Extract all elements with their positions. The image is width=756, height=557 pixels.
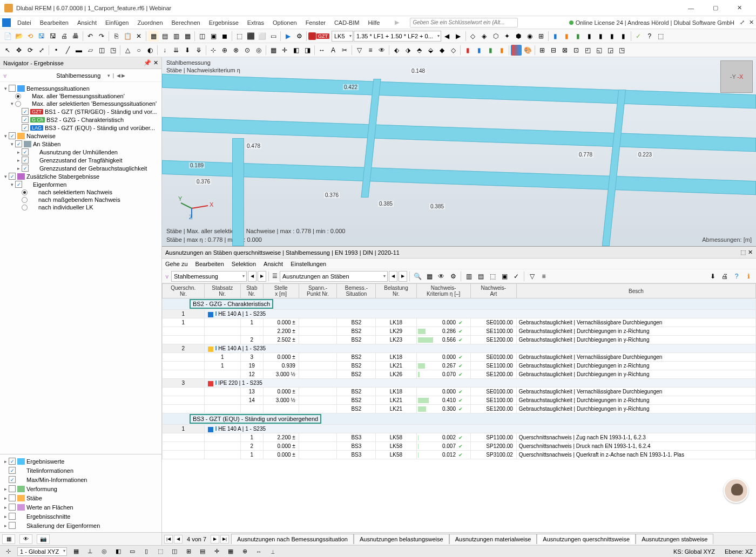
res-tb-8-icon[interactable]: ▣ [499,271,510,282]
color-1-icon[interactable]: ▮ [462,45,473,56]
sb-a-icon[interactable]: ▭ [127,547,137,556]
calc-all-icon[interactable]: ⚙ [294,31,305,42]
res-tb-1-icon[interactable]: 🔍 [412,271,423,282]
menu-bearbeiten[interactable]: Bearbeiten [36,18,73,28]
assistant-avatar[interactable] [724,478,748,503]
tree-bs3[interactable]: BS3 - GZT (EQU) - Ständig und vorüber... [45,125,155,131]
view-1-icon[interactable]: ⬚ [234,31,245,42]
tree-max-all[interactable]: Max. aller 'Bemessungssituationen' [32,93,125,99]
sb-snap-icon[interactable]: ⊹ [3,547,13,556]
view-2-icon[interactable]: ⬛ [245,31,256,42]
snap-e-icon[interactable]: ◎ [253,45,264,56]
snap-a-icon[interactable]: ⊹ [208,45,219,56]
tool-b-icon[interactable]: ◈ [479,31,490,42]
rotate-icon[interactable]: ⟳ [25,45,36,56]
load-combo[interactable]: 1.35 * LF1 + 1.50 * LF2 + 0... [354,31,441,42]
extra-1-icon[interactable]: ⬖ [391,45,402,56]
res-tb-help-icon[interactable]: ? [731,271,742,282]
select-icon[interactable]: ↖ [2,45,13,56]
tree-zusaetzlich[interactable]: Zusätzliche Stabergebnisse [26,173,99,180]
res-tab-1[interactable]: Ausnutzungen belastungsweise [354,534,449,544]
display-icon[interactable]: ▦ [182,31,193,42]
lk-combo[interactable]: LK5 [332,31,353,42]
tables-icon[interactable]: ▤ [159,31,170,42]
extra-5-icon[interactable]: ◆ [436,45,447,56]
menu-hilfe[interactable]: Hilfe [363,18,384,28]
member-icon[interactable]: ▬ [73,45,84,56]
tree-umhuellenden[interactable]: Ausnutzung der Umhüllenden [39,149,118,155]
tree-tragfaehigkeit[interactable]: Grenzzustand der Tragfähigkeit [39,157,122,164]
tree-an-staeben[interactable]: An Stäben [33,141,60,147]
print-icon[interactable]: 🖨 [59,31,70,42]
sb-b-icon[interactable]: ▯ [141,547,151,556]
extra-4-icon[interactable]: ⬙ [425,45,436,56]
menu-fenster[interactable]: Fenster [301,18,330,28]
res-combo2-next[interactable]: ▶ [399,271,407,282]
nav-tab-views-icon[interactable]: 📷 [37,534,50,544]
tool-f-icon[interactable]: ◉ [524,31,535,42]
tree-eigenformen[interactable]: Eigenformen [33,181,66,188]
module-e-icon[interactable]: ▮ [596,31,606,42]
wireframe-icon[interactable]: ◫ [197,31,207,42]
navigator-icon[interactable]: ▦ [148,31,159,42]
pager-last[interactable]: ▶| [220,535,229,544]
sb-e-icon[interactable]: ⊞ [184,547,193,556]
cplane-icon[interactable]: ◨ [302,45,313,56]
pager-first[interactable]: |◀ [164,535,173,544]
load-node-icon[interactable]: ↓ [159,45,170,56]
res-tb-print-icon[interactable]: 🖨 [719,271,730,282]
menu-cadbim[interactable]: CAD-BIM [330,18,363,28]
grad-icon[interactable] [511,45,522,56]
res-combo-module[interactable]: Stahlbemessung [171,271,247,282]
close-icon[interactable]: ⟲ [25,31,36,42]
res-tb-10-icon[interactable]: ▽ [526,271,537,282]
sb-j-icon[interactable]: ↔ [254,547,264,556]
tool-d-icon[interactable]: ✦ [502,31,512,42]
end-4-icon[interactable]: ⊡ [571,45,582,56]
bt-1[interactable]: Titelinformationen [26,467,73,474]
maximize-button[interactable]: ▢ [703,0,727,16]
tree-bemessungssituationen[interactable]: Bemessungssituationen [26,85,90,92]
delete-icon[interactable]: ✕ [133,31,144,42]
bt-5[interactable]: Werte an Flächen [26,504,73,511]
extra-3-icon[interactable]: ⬘ [414,45,424,56]
res-combo1-prev[interactable]: ◀ [248,271,256,282]
sb-plane-icon[interactable]: ◧ [113,547,123,556]
pager-prev[interactable]: ◀ [174,535,183,544]
tree-bs2[interactable]: BS2 - GZG - Charakteristisch [46,117,124,123]
nav-prev-icon[interactable]: ◀ [442,31,453,42]
solid-draw-icon[interactable]: ◳ [107,45,118,56]
snap-b-icon[interactable]: ⊕ [219,45,230,56]
save-as-icon[interactable]: 🖫 [48,31,58,42]
workplane-icon[interactable]: ◧ [291,45,301,56]
section-icon[interactable]: ✂ [339,45,350,56]
bt-7[interactable]: Skalierung der Eigenformen [26,522,100,529]
end-5-icon[interactable]: ◰ [582,45,593,56]
res-tab-0[interactable]: Ausnutzungen nach Bemessungssituation [231,534,354,544]
load-area-icon[interactable]: ⬇ [182,45,193,56]
dim-icon[interactable]: ↔ [316,45,327,56]
snap-d-icon[interactable]: ⊙ [242,45,253,56]
close-button[interactable]: ✕ [727,0,752,16]
menu-extras[interactable]: Extras [243,18,268,28]
paste-icon[interactable]: 📋 [122,31,133,42]
tree-ef2[interactable]: nach maßgebendem Nachweis [38,196,120,203]
end-7-icon[interactable]: ◲ [605,45,616,56]
save-icon[interactable]: 🖫 [36,31,47,42]
res-combo-type[interactable]: Ausnutzungen an Stäben [280,271,388,282]
support-icon[interactable]: △ [122,45,133,56]
menu-berechnen[interactable]: Berechnen [167,18,205,28]
module-g-icon[interactable]: ▮ [618,31,629,42]
bt-4[interactable]: Stäbe [26,495,42,501]
module-a-icon[interactable]: ▮ [550,31,561,42]
nav-next-icon[interactable]: ▶ [453,31,464,42]
color-2-icon[interactable]: ▮ [474,45,484,56]
sb-h-icon[interactable]: ▦ [226,547,235,556]
tool-a-icon[interactable]: ◇ [468,31,478,42]
sb-f-icon[interactable]: ▤ [198,547,207,556]
module-f-icon[interactable]: ▮ [607,31,618,42]
tree-nachweise[interactable]: Nachweise [26,133,56,139]
res-tb-6-icon[interactable]: ▤ [475,271,486,282]
line-icon[interactable]: ╱ [62,45,73,56]
scale-icon[interactable]: ⤢ [36,45,47,56]
